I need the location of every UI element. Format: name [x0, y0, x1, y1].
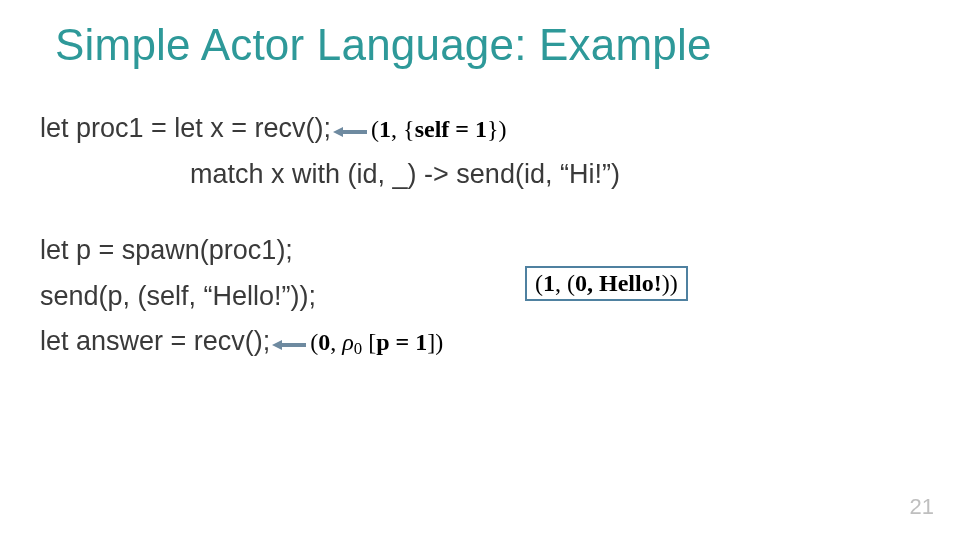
svg-marker-3	[272, 340, 282, 350]
code-line-2: match x with (id, _) -> send(id, “Hi!”)	[40, 154, 620, 196]
slide-title: Simple Actor Language: Example	[55, 20, 712, 70]
annotation-2: (0, ρ0 [p = 1])	[310, 329, 443, 355]
page-number: 21	[910, 494, 934, 520]
slide: Simple Actor Language: Example let proc1…	[0, 0, 960, 540]
code-text: let proc1 = let x = recv();	[40, 113, 331, 143]
boxed-annotation: (1, (0, Hello!))	[525, 266, 688, 301]
slide-body: let proc1 = let x = recv();(1, {self = 1…	[40, 108, 620, 367]
code-text: let answer = recv();	[40, 326, 270, 356]
code-line-5: let answer = recv();(0, ρ0 [p = 1])	[40, 321, 620, 363]
left-arrow-icon	[272, 322, 306, 334]
code-line-1: let proc1 = let x = recv();(1, {self = 1…	[40, 108, 620, 150]
annotation-box: (1, (0, Hello!))	[525, 266, 688, 301]
blank-line	[40, 200, 620, 230]
svg-marker-1	[333, 127, 343, 137]
annotation-1: (1, {self = 1})	[371, 116, 506, 142]
left-arrow-icon	[333, 109, 367, 121]
